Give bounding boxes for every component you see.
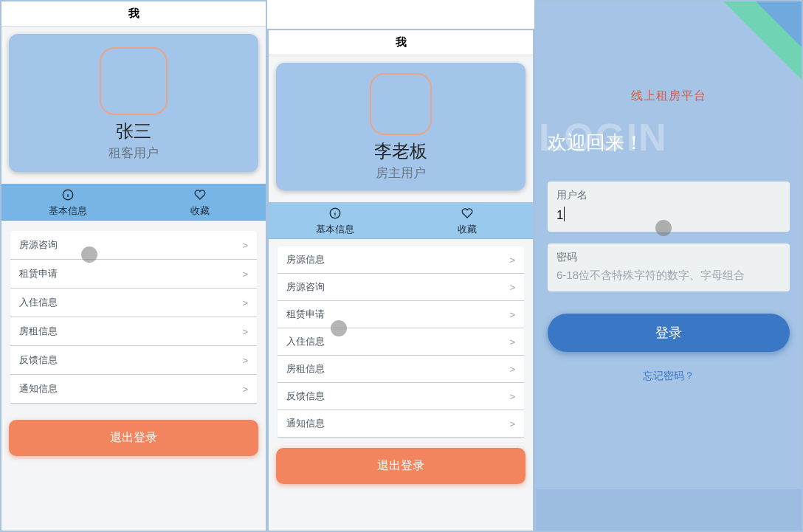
chevron-right-icon: >: [242, 269, 248, 280]
chevron-right-icon: >: [242, 355, 248, 366]
quick-label: 基本信息: [49, 204, 87, 218]
list-item-label: 房租信息: [19, 325, 58, 338]
list-item-label: 租赁申请: [19, 267, 58, 280]
list-item[interactable]: 租赁申请 >: [278, 301, 524, 328]
user-name: 李老板: [374, 139, 427, 163]
profile-card: 李老板 房主用户: [276, 63, 525, 190]
logout-button[interactable]: 退出登录: [276, 448, 525, 484]
profile-panel-tenant: 我 张三 租客用户 基本信息 收藏 房源咨询 > 租赁申请 > 入住信息: [0, 0, 267, 532]
chevron-right-icon: >: [509, 282, 515, 293]
chevron-right-icon: >: [242, 384, 248, 395]
quick-actions: 基本信息 收藏: [269, 202, 533, 239]
quick-label: 收藏: [458, 223, 477, 236]
quick-label: 基本信息: [316, 223, 354, 236]
list-item[interactable]: 房租信息 >: [10, 317, 257, 346]
avatar[interactable]: [100, 47, 168, 115]
user-name: 张三: [116, 120, 151, 143]
chevron-right-icon: >: [242, 297, 248, 308]
list-item-label: 房源咨询: [286, 280, 325, 294]
user-role: 租客用户: [108, 145, 159, 162]
list-item[interactable]: 反馈信息 >: [278, 383, 524, 410]
chevron-right-icon: >: [509, 364, 515, 375]
quick-favorites[interactable]: 收藏: [134, 184, 266, 221]
chevron-right-icon: >: [242, 240, 248, 251]
quick-basic-info[interactable]: 基本信息: [269, 202, 401, 239]
list-item-label: 房租信息: [286, 362, 325, 376]
brand-title: 线上租房平台: [536, 89, 802, 104]
login-panel: 线上租房平台 LOGIN 欢迎回来！ 用户名 1 密码 6-18位不含特殊字符的…: [534, 0, 803, 532]
profile-panel-landlord: 我 李老板 房主用户 基本信息 收藏 房源信息 > 房源咨询 > 租赁申: [267, 29, 534, 532]
list-item-label: 房源信息: [286, 253, 325, 266]
login-button[interactable]: 登录: [548, 314, 790, 352]
page-title: 我: [1, 1, 266, 27]
quick-actions: 基本信息 收藏: [1, 184, 266, 221]
footer-accent: [536, 464, 802, 531]
list-item[interactable]: 通知信息 >: [278, 410, 524, 438]
chevron-right-icon: >: [509, 418, 515, 429]
password-label: 密码: [556, 251, 781, 264]
info-icon: [61, 188, 75, 204]
password-input[interactable]: 6-18位不含特殊字符的数字、字母组合: [556, 269, 781, 283]
list-item[interactable]: 入住信息 >: [10, 289, 257, 317]
list-item-label: 反馈信息: [19, 353, 58, 367]
list-item[interactable]: 通知信息 >: [10, 375, 257, 404]
quick-label: 收藏: [190, 204, 210, 218]
menu-list: 房源咨询 > 租赁申请 > 入住信息 > 房租信息 > 反馈信息 > 通知信息 …: [10, 231, 257, 404]
quick-basic-info[interactable]: 基本信息: [1, 184, 134, 221]
chevron-right-icon: >: [509, 309, 515, 320]
chevron-right-icon: >: [509, 391, 515, 402]
welcome-text: 欢迎回来！: [548, 130, 644, 156]
login-form: 用户名 1 密码 6-18位不含特殊字符的数字、字母组合 登录 忘记密码？: [548, 182, 790, 383]
list-item[interactable]: 房源咨询 >: [10, 231, 257, 260]
chevron-right-icon: >: [509, 336, 515, 348]
list-item[interactable]: 反馈信息 >: [10, 346, 257, 375]
list-item-label: 通知信息: [286, 417, 325, 430]
quick-favorites[interactable]: 收藏: [401, 202, 533, 239]
list-item-label: 反馈信息: [286, 390, 325, 403]
list-item[interactable]: 房租信息 >: [278, 356, 524, 383]
list-item[interactable]: 房源信息 >: [278, 246, 524, 274]
chevron-right-icon: >: [509, 255, 515, 266]
text-caret: [564, 207, 565, 221]
heart-icon: [461, 207, 474, 222]
password-field[interactable]: 密码 6-18位不含特殊字符的数字、字母组合: [548, 243, 790, 291]
chevron-right-icon: >: [242, 326, 248, 337]
list-item-label: 租赁申请: [286, 308, 325, 321]
list-item-label: 通知信息: [19, 382, 58, 395]
username-field[interactable]: 用户名 1: [548, 182, 790, 232]
menu-list: 房源信息 > 房源咨询 > 租赁申请 > 入住信息 > 房租信息 > 反馈信息 …: [278, 246, 524, 438]
forgot-password-link[interactable]: 忘记密码？: [548, 370, 790, 383]
heart-icon: [193, 188, 207, 204]
username-label: 用户名: [556, 189, 781, 202]
avatar[interactable]: [370, 73, 432, 135]
list-item[interactable]: 入住信息 >: [278, 328, 524, 356]
list-item[interactable]: 租赁申请 >: [10, 260, 257, 289]
list-item[interactable]: 房源咨询 >: [278, 274, 524, 301]
logout-button[interactable]: 退出登录: [9, 420, 258, 456]
username-input[interactable]: 1: [556, 207, 781, 223]
profile-card: 张三 租客用户: [9, 34, 258, 172]
info-icon: [328, 207, 342, 222]
list-item-label: 入住信息: [286, 335, 325, 348]
list-item-label: 入住信息: [19, 296, 58, 309]
user-role: 房主用户: [376, 165, 426, 182]
list-item-label: 房源咨询: [19, 238, 58, 252]
page-title: 我: [269, 30, 533, 55]
